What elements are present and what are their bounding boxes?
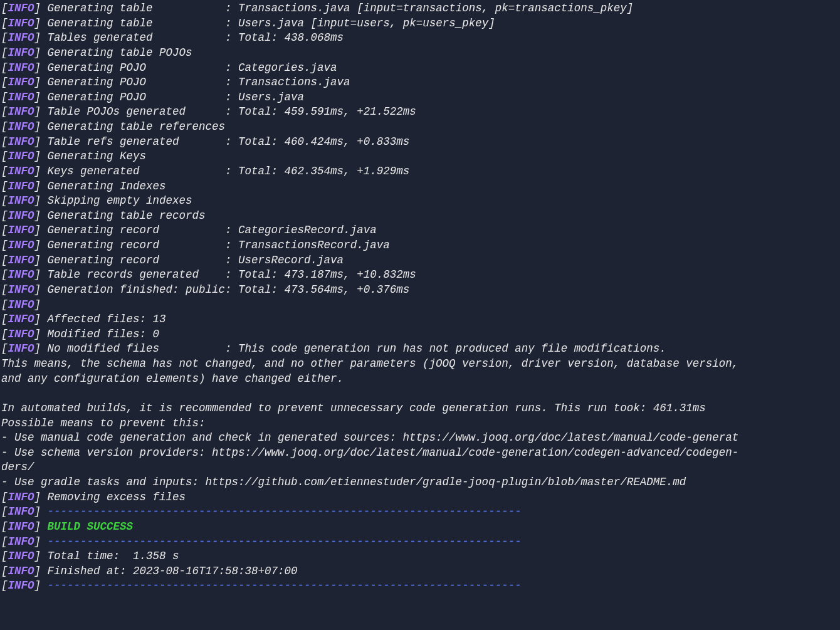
bracket-close: ] xyxy=(34,491,48,503)
log-line: and any configuration elements) have cha… xyxy=(1,372,839,387)
bracket-open: [ xyxy=(1,520,8,533)
log-level-info: INFO xyxy=(8,328,34,340)
log-level-info: INFO xyxy=(8,491,34,503)
log-level-info: INFO xyxy=(8,46,34,59)
log-message: Removing excess files xyxy=(48,491,186,503)
bracket-open: [ xyxy=(1,17,8,29)
log-line: [INFO] Removing excess files xyxy=(1,490,839,505)
log-message: Total time: 1.358 s xyxy=(48,550,179,562)
log-line: [INFO] Generating record : TransactionsR… xyxy=(1,238,839,253)
bracket-close: ] xyxy=(34,254,48,266)
bracket-close: ] xyxy=(34,17,48,29)
log-message: Table POJOs generated : Total: 459.591ms… xyxy=(48,105,416,118)
bracket-open: [ xyxy=(1,491,8,503)
bracket-open: [ xyxy=(1,91,8,103)
log-line: In automated builds, it is recommended t… xyxy=(1,401,839,416)
log-level-info: INFO xyxy=(8,120,34,133)
log-message: Generating Keys xyxy=(48,150,147,162)
log-message: Generating Indexes xyxy=(48,180,166,192)
log-message: Generating POJO : Transactions.java xyxy=(48,76,350,88)
log-level-info: INFO xyxy=(8,283,34,296)
log-message: Table refs generated : Total: 460.424ms,… xyxy=(48,135,410,148)
log-level-info: INFO xyxy=(8,76,34,88)
bracket-open: [ xyxy=(1,2,8,14)
bracket-open: [ xyxy=(1,550,8,562)
bracket-close: ] xyxy=(34,209,48,222)
log-message: No modified files : This code generation… xyxy=(48,342,666,355)
log-message: BUILD SUCCESS xyxy=(48,520,134,533)
log-line: [INFO] Table POJOs generated : Total: 45… xyxy=(1,105,839,120)
log-line: [INFO] Generating Indexes xyxy=(1,179,839,194)
log-line: [INFO] Generating table : Users.java [in… xyxy=(1,16,839,31)
bracket-open: [ xyxy=(1,224,8,236)
bracket-open: [ xyxy=(1,565,8,577)
bracket-open: [ xyxy=(1,150,8,162)
bracket-close: ] xyxy=(34,135,48,148)
bracket-close: ] xyxy=(34,550,48,562)
log-level-info: INFO xyxy=(8,209,34,222)
log-message: Generating record : UsersRecord.java xyxy=(48,254,344,266)
log-line: Possible means to prevent this: xyxy=(1,416,839,431)
bracket-open: [ xyxy=(1,209,8,222)
log-level-info: INFO xyxy=(8,313,34,325)
log-line: [INFO] Generating table references xyxy=(1,120,839,135)
terminal-output[interactable]: [INFO] Generating table : Transactions.j… xyxy=(1,1,839,594)
log-message: Affected files: 13 xyxy=(48,313,166,325)
log-line: [INFO] xyxy=(1,298,839,313)
log-level-info: INFO xyxy=(8,505,34,518)
log-line: [INFO] No modified files : This code gen… xyxy=(1,342,839,357)
log-message: Generating table references xyxy=(48,120,226,133)
log-line: - Use schema version providers: https://… xyxy=(1,446,839,461)
log-message: Modified files: 0 xyxy=(48,328,160,340)
log-line: [INFO] BUILD SUCCESS xyxy=(1,520,839,535)
bracket-open: [ xyxy=(1,135,8,148)
log-level-info: INFO xyxy=(8,239,34,251)
log-level-info: INFO xyxy=(8,298,34,311)
bracket-open: [ xyxy=(1,194,8,207)
log-level-info: INFO xyxy=(8,579,34,592)
log-line: [INFO] ---------------------------------… xyxy=(1,579,839,594)
log-line: [INFO] Skipping empty indexes xyxy=(1,194,839,209)
log-level-info: INFO xyxy=(8,565,34,577)
log-level-info: INFO xyxy=(8,105,34,118)
bracket-close: ] xyxy=(34,239,48,251)
bracket-close: ] xyxy=(34,165,48,177)
log-line: [INFO] Modified files: 0 xyxy=(1,327,839,342)
bracket-close: ] xyxy=(34,268,48,281)
bracket-open: [ xyxy=(1,165,8,177)
log-message: Generating table records xyxy=(48,209,206,222)
log-level-info: INFO xyxy=(8,180,34,192)
log-message: Generating record : CategoriesRecord.jav… xyxy=(48,224,377,236)
bracket-open: [ xyxy=(1,268,8,281)
log-message: ----------------------------------------… xyxy=(48,505,522,518)
log-line: [INFO] Generating POJO : Transactions.ja… xyxy=(1,75,839,90)
log-message: Generating record : TransactionsRecord.j… xyxy=(48,239,390,251)
bracket-close: ] xyxy=(34,91,48,103)
log-level-info: INFO xyxy=(8,342,34,355)
log-level-info: INFO xyxy=(8,91,34,103)
log-line: [INFO] Generating record : UsersRecord.j… xyxy=(1,253,839,268)
log-line: [INFO] Generating table : Transactions.j… xyxy=(1,1,839,16)
log-level-info: INFO xyxy=(8,254,34,266)
log-message: ----------------------------------------… xyxy=(48,579,522,592)
bracket-open: [ xyxy=(1,239,8,251)
log-line: [INFO] Generating POJO : Users.java xyxy=(1,90,839,105)
log-message: Generating POJO : Users.java xyxy=(48,91,305,103)
log-line: [INFO] Generating record : CategoriesRec… xyxy=(1,223,839,238)
log-line: [INFO] ---------------------------------… xyxy=(1,535,839,550)
bracket-close: ] xyxy=(34,120,48,133)
log-level-info: INFO xyxy=(8,224,34,236)
bracket-close: ] xyxy=(34,46,48,59)
bracket-close: ] xyxy=(34,579,48,592)
log-level-info: INFO xyxy=(8,268,34,281)
bracket-close: ] xyxy=(34,565,48,577)
bracket-open: [ xyxy=(1,46,8,59)
log-line: [INFO] Generating table records xyxy=(1,209,839,224)
bracket-close: ] xyxy=(34,194,48,207)
log-line: [INFO] Generating POJO : Categories.java xyxy=(1,61,839,76)
log-message: ----------------------------------------… xyxy=(48,535,522,548)
log-level-info: INFO xyxy=(8,61,34,74)
log-message: Generating table : Users.java [input=use… xyxy=(48,17,495,29)
bracket-open: [ xyxy=(1,313,8,325)
log-message: Keys generated : Total: 462.354ms, +1.92… xyxy=(48,165,410,177)
